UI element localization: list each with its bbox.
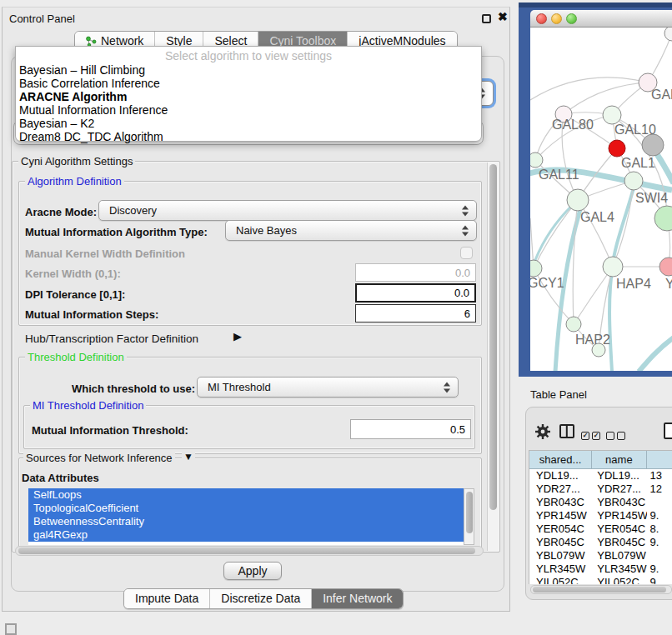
dropdown-item[interactable]: Basic Correlation Inference xyxy=(19,77,469,90)
cell: YLR345W xyxy=(592,562,646,576)
float-panel-icon[interactable] xyxy=(482,14,491,23)
mi-threshold-field[interactable]: 0.5 xyxy=(350,419,471,439)
column-header-partial[interactable] xyxy=(647,451,672,469)
dropdown-item[interactable]: Mutual Information Inference xyxy=(19,103,469,117)
node-label: HAP4 xyxy=(616,277,651,291)
zoom-traffic-light[interactable] xyxy=(566,13,577,24)
network-node-swi4[interactable] xyxy=(624,172,643,190)
network-node-hap4[interactable] xyxy=(603,257,623,277)
tab-label: Infer Network xyxy=(323,592,392,605)
panel-title: Control Panel xyxy=(9,12,75,25)
network-node[interactable] xyxy=(530,152,543,168)
network-window-frame: GAL GAL80 GAL10 GAL1 GAL11 SWI4 GAL4 GCY… xyxy=(519,2,672,377)
column-layout-icon[interactable] xyxy=(559,424,574,438)
scrollbar-thumb[interactable] xyxy=(466,492,473,533)
tab-discretize-data[interactable]: Discretize Data xyxy=(210,589,312,608)
table-panel-title: Table Panel xyxy=(530,388,587,401)
network-node[interactable] xyxy=(642,134,664,156)
column-header-shared-name[interactable]: shared... xyxy=(529,451,592,469)
minimized-panel-icon[interactable] xyxy=(5,623,17,635)
node-label: GAL1 xyxy=(621,156,655,170)
node-label: GAL80 xyxy=(552,118,594,132)
cell xyxy=(647,549,672,562)
algorithm-definition-title: Algorithm Definition xyxy=(25,176,124,187)
table-row[interactable]: YDL19...YDL19...13 xyxy=(529,469,672,482)
network-node-gcy1[interactable] xyxy=(530,260,542,277)
list-item[interactable]: TopologicalCoefficient xyxy=(28,502,464,515)
list-item[interactable]: BetweennessCentrality xyxy=(28,515,464,528)
network-node[interactable] xyxy=(654,206,672,231)
cell: 9. xyxy=(647,536,672,549)
list-item[interactable]: SelfLoops xyxy=(28,488,464,502)
node-label: GAL10 xyxy=(614,122,656,137)
dropdown-item[interactable]: Bayesian – Hill Climbing xyxy=(19,63,469,77)
combo-arrows-icon xyxy=(462,225,469,236)
cell xyxy=(647,496,672,509)
tab-infer-network[interactable]: Infer Network xyxy=(312,589,403,608)
select-all-checkboxes-icon[interactable]: ✓✓ xyxy=(581,428,603,442)
gear-icon[interactable] xyxy=(534,423,551,443)
expander-right-icon[interactable]: ▶ xyxy=(233,330,242,342)
tab-label: Impute Data xyxy=(135,592,198,605)
which-threshold-combo[interactable]: MI Threshold xyxy=(197,377,459,398)
column-header-name[interactable]: name xyxy=(592,451,646,469)
table-row[interactable]: YER054CYER054C8. xyxy=(529,522,672,536)
network-node[interactable] xyxy=(664,28,672,41)
node-label: SWI4 xyxy=(635,191,668,205)
settings-group-title: Cyni Algorithm Settings xyxy=(18,156,135,167)
expander-down-icon[interactable]: ▼ xyxy=(182,451,195,462)
network-tab-icon xyxy=(86,36,97,47)
close-traffic-light[interactable] xyxy=(536,13,547,24)
node-label: Y xyxy=(665,277,672,291)
mi-type-label: Mutual Information Algorithm Type: xyxy=(25,226,208,238)
dropdown-item[interactable]: Dream8 DC_TDC Algorithm xyxy=(19,130,469,143)
apply-button[interactable]: Apply xyxy=(223,562,282,580)
bottom-tabbar: Impute Data Discretize Data Infer Networ… xyxy=(123,588,404,609)
network-node[interactable] xyxy=(603,106,621,124)
settings-scrollbar[interactable] xyxy=(487,162,499,551)
table-mode-icon[interactable] xyxy=(664,422,672,439)
node-table: shared... name YDL19...YDL19...13 YDR27.… xyxy=(529,450,672,584)
network-node-gal1[interactable] xyxy=(609,140,625,157)
table-row[interactable]: YBR045CYBR045C9. xyxy=(529,536,672,549)
cell: YBR045C xyxy=(592,536,646,549)
table-hscrollbar[interactable] xyxy=(530,585,672,594)
hub-definition-label: Hub/Transcription Factor Definition xyxy=(25,332,198,345)
combo-value: Naive Bayes xyxy=(236,224,297,237)
cell: YLR345W xyxy=(529,562,592,576)
close-icon[interactable]: ✖ xyxy=(498,10,508,23)
table-row[interactable]: YBR043CYBR043C xyxy=(529,496,672,509)
table-row[interactable]: YIL052CYIL052C9. xyxy=(529,576,672,584)
node-label: GAL11 xyxy=(539,168,579,182)
list-scrollbar[interactable] xyxy=(464,488,474,545)
kernel-width-field[interactable]: 0.0 xyxy=(355,263,476,282)
cell: YDR27... xyxy=(529,482,592,496)
network-node[interactable] xyxy=(659,258,672,276)
manual-kernel-checkbox[interactable] xyxy=(460,247,473,259)
table-row[interactable]: YBL079WYBL079W xyxy=(529,549,672,562)
mi-type-combo[interactable]: Naive Bayes xyxy=(225,220,477,241)
aracne-mode-combo[interactable]: Discovery xyxy=(98,200,477,221)
list-item[interactable]: gal4RGexp xyxy=(28,528,464,542)
deselect-all-checkboxes-icon[interactable] xyxy=(606,428,628,442)
scrollbar-thumb[interactable] xyxy=(489,164,497,510)
network-node-hap2[interactable] xyxy=(566,317,581,332)
settings-hscrollbar[interactable] xyxy=(15,546,484,556)
scrollbar-thumb[interactable] xyxy=(18,548,475,554)
scrollbar-thumb[interactable] xyxy=(533,587,666,592)
mi-steps-field[interactable]: 6 xyxy=(355,304,476,322)
network-window-titlebar[interactable] xyxy=(530,10,672,28)
tab-impute-data[interactable]: Impute Data xyxy=(124,589,210,608)
dropdown-item[interactable]: Bayesian – K2 xyxy=(19,117,469,130)
table-row[interactable]: YLR345WYLR345W9. xyxy=(529,562,672,576)
data-attributes-label: Data Attributes xyxy=(22,472,99,484)
table-row[interactable]: YDR27...YDR27...12 xyxy=(529,482,672,496)
dpi-tolerance-field[interactable]: 0.0 xyxy=(355,283,476,302)
network-node-gal4[interactable] xyxy=(567,189,589,211)
node-label: GAL4 xyxy=(580,210,614,224)
dropdown-item-aracne[interactable]: ARACNE Algorithm xyxy=(19,90,469,103)
minimize-traffic-light[interactable] xyxy=(551,13,562,24)
node-label: GCY1 xyxy=(530,276,564,290)
table-row[interactable]: YPR145WYPR145W9. xyxy=(529,509,672,522)
network-canvas[interactable]: GAL GAL80 GAL10 GAL1 GAL11 SWI4 GAL4 GCY… xyxy=(530,28,672,371)
